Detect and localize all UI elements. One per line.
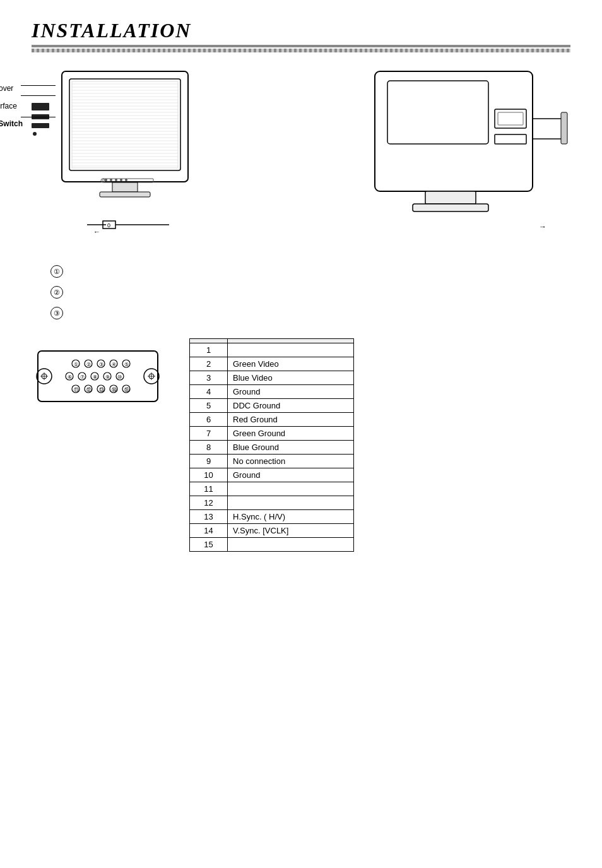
pin-number: 15 <box>190 538 228 552</box>
table-row: 7Green Ground <box>190 427 354 441</box>
front-cover-label: Front Cover <box>0 84 23 93</box>
pin-number: 3 <box>190 371 228 385</box>
svg-point-35 <box>110 179 112 181</box>
pin-table: 12Green Video3Blue Video4Ground5DDC Grou… <box>189 338 354 552</box>
crt-surface-label: CRT Surface <box>0 102 23 110</box>
svg-rect-55 <box>38 351 158 401</box>
svg-rect-44 <box>375 71 533 191</box>
svg-text:←: ← <box>93 228 100 235</box>
svg-text:⑩: ⑩ <box>117 374 122 380</box>
table-row: 13H.Sync. ( H/V) <box>190 510 354 524</box>
monitor-front-labels: Front Cover CRT Surface Power Switch & <box>0 84 23 158</box>
table-row: 14V.Sync. [VCLK] <box>190 524 354 538</box>
circle-num-3: ③ <box>50 307 63 319</box>
icon-bar-3 <box>32 123 49 128</box>
instructions-section: ① ② ③ <box>50 265 570 319</box>
svg-text:⑭: ⑭ <box>112 387 117 393</box>
svg-rect-48 <box>495 134 526 144</box>
svg-rect-49 <box>425 191 476 204</box>
pin-signal: Blue Ground <box>228 441 354 455</box>
power-switch-label: Power Switch <box>0 119 23 128</box>
svg-text:⑫: ⑫ <box>86 387 91 393</box>
svg-text:④: ④ <box>112 362 116 367</box>
svg-text:⑤: ⑤ <box>124 362 129 367</box>
table-row: 8Blue Ground <box>190 441 354 455</box>
pin-number: 12 <box>190 496 228 510</box>
pin-signal: H.Sync. ( H/V) <box>228 510 354 524</box>
instruction-1: ① <box>50 265 570 278</box>
pin-number: 6 <box>190 413 228 427</box>
svg-rect-53 <box>561 112 567 144</box>
svg-text:⑦: ⑦ <box>80 374 85 380</box>
monitor-back-svg: → <box>369 65 570 235</box>
svg-rect-33 <box>100 192 150 197</box>
table-row: 5DDC Ground <box>190 399 354 413</box>
table-row: 4Ground <box>190 385 354 399</box>
svg-rect-2 <box>72 81 178 168</box>
pin-signal: Ground <box>228 468 354 482</box>
left-icon-strip <box>32 103 49 136</box>
pin-signal: Green Video <box>228 357 354 371</box>
monitor-front-svg <box>56 65 201 217</box>
svg-rect-50 <box>413 204 488 211</box>
pin-number: 7 <box>190 427 228 441</box>
pin-number: 14 <box>190 524 228 538</box>
svg-rect-32 <box>112 182 138 192</box>
connector-line: 0 ← <box>56 212 201 244</box>
pin-number: 2 <box>190 357 228 371</box>
svg-text:①: ① <box>74 362 78 367</box>
pin-signal: Green Ground <box>228 427 354 441</box>
pin-signal: V.Sync. [VCLK] <box>228 524 354 538</box>
table-row: 1 <box>190 343 354 357</box>
icon-dot <box>33 132 37 136</box>
svg-text:⑧: ⑧ <box>93 374 97 380</box>
table-row: 3Blue Video <box>190 371 354 385</box>
pin-number: 8 <box>190 441 228 455</box>
connector-diagram: ① ② ③ ④ ⑤ ⑥ ⑦ ⑧ ⑨ ⑩ <box>32 338 170 416</box>
svg-text:③: ③ <box>99 362 103 367</box>
svg-point-37 <box>120 179 122 181</box>
pin-signal: Red Ground <box>228 413 354 427</box>
circle-num-1: ① <box>50 265 63 278</box>
svg-text:⑮: ⑮ <box>124 387 129 393</box>
table-row: 9No connection <box>190 455 354 468</box>
svg-rect-47 <box>498 112 523 125</box>
instruction-3: ③ <box>50 306 570 319</box>
page: INSTALLATION Front Cover CRT Surface <box>0 0 602 868</box>
svg-text:⑪: ⑪ <box>74 387 79 393</box>
pin-signal <box>228 482 354 496</box>
pin-table-container: 12Green Video3Blue Video4Ground5DDC Grou… <box>189 338 354 552</box>
pin-signal: Blue Video <box>228 371 354 385</box>
svg-rect-45 <box>387 81 488 144</box>
pin-number: 9 <box>190 455 228 468</box>
svg-point-34 <box>105 179 107 181</box>
table-row: 12 <box>190 496 354 510</box>
monitor-back-container: → <box>369 65 570 237</box>
instruction-2: ② <box>50 285 570 299</box>
table-row: 11 <box>190 482 354 496</box>
svg-text:②: ② <box>86 362 91 367</box>
pin-number: 13 <box>190 510 228 524</box>
col-header-pin <box>190 339 228 343</box>
svg-text:0: 0 <box>107 222 110 229</box>
title-underline <box>32 49 570 52</box>
table-row: 2Green Video <box>190 357 354 371</box>
table-row: 15 <box>190 538 354 552</box>
diagram-section: Front Cover CRT Surface Power Switch & <box>32 65 570 246</box>
pin-signal: Ground <box>228 385 354 399</box>
circle-num-2: ② <box>50 286 63 299</box>
svg-text:⑥: ⑥ <box>68 374 72 380</box>
connector-svg: ① ② ③ ④ ⑤ ⑥ ⑦ ⑧ ⑨ ⑩ <box>32 338 164 414</box>
col-header-signal <box>228 339 354 343</box>
svg-point-38 <box>125 179 127 181</box>
title-section: INSTALLATION <box>32 19 570 52</box>
pin-number: 11 <box>190 482 228 496</box>
pin-signal <box>228 343 354 357</box>
monitor-front-container: Front Cover CRT Surface Power Switch & <box>56 65 337 246</box>
svg-text:⑬: ⑬ <box>99 387 104 393</box>
pin-signal <box>228 496 354 510</box>
svg-point-36 <box>115 179 117 181</box>
pin-signal: No connection <box>228 455 354 468</box>
pin-number: 5 <box>190 399 228 413</box>
svg-rect-0 <box>62 71 188 182</box>
